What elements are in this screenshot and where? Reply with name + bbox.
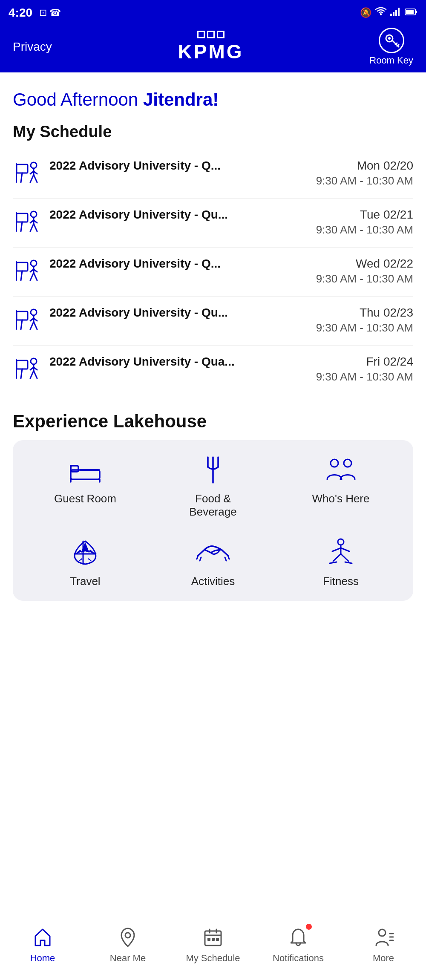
- status-left-icons: ⊡ ☎: [39, 7, 61, 18]
- schedule-date-2: Wed 02/22: [356, 257, 413, 271]
- schedule-item-4[interactable]: 2022 Advisory University - Qua... Fri 02…: [13, 346, 413, 394]
- svg-line-38: [21, 271, 22, 280]
- schedule-item-2[interactable]: 2022 Advisory University - Q... Wed 02/2…: [13, 248, 413, 297]
- bottom-nav: Home Near Me My Schedule: [0, 912, 426, 980]
- experience-grid: Guest Room Food & Beverage: [13, 440, 413, 601]
- svg-rect-81: [207, 938, 210, 941]
- guest-room-label: Guest Room: [54, 492, 116, 505]
- svg-point-67: [331, 459, 338, 467]
- schedule-info-1: 2022 Advisory University - Qu... Tue 02/…: [49, 208, 413, 236]
- schedule-time-3: 9:30 AM - 10:30 AM: [49, 321, 413, 334]
- schedule-name-2: 2022 Advisory University - Q...: [49, 257, 351, 271]
- kpmg-logo-text: KPMG: [178, 40, 244, 63]
- screenshot-icon: ⊡: [39, 7, 47, 18]
- svg-line-71: [228, 556, 229, 559]
- greeting-prefix: Good Afternoon: [13, 89, 143, 110]
- kpmg-square-3: [217, 31, 225, 38]
- more-icon: [371, 925, 396, 950]
- svg-line-47: [21, 320, 22, 329]
- svg-line-75: [345, 562, 352, 563]
- experience-item-whos-here[interactable]: Who's Here: [298, 453, 383, 519]
- nav-item-more[interactable]: More: [341, 925, 426, 964]
- svg-line-54: [34, 371, 37, 378]
- signal-icon: [390, 7, 401, 19]
- svg-rect-4: [398, 8, 400, 16]
- nav-item-home[interactable]: Home: [0, 925, 85, 964]
- schedule-date-1: Tue 02/21: [360, 208, 413, 222]
- schedule-name-1: 2022 Advisory University - Qu...: [49, 208, 356, 222]
- my-schedule-section: My Schedule: [13, 123, 413, 394]
- experience-item-activities[interactable]: Activities: [170, 536, 256, 588]
- schedule-item-1[interactable]: 2022 Advisory University - Qu... Tue 02/…: [13, 199, 413, 248]
- experience-item-food-beverage[interactable]: Food & Beverage: [170, 453, 256, 519]
- schedule-item-3[interactable]: 2022 Advisory University - Qu... Thu 02/…: [13, 297, 413, 346]
- nav-more-label: More: [373, 953, 394, 964]
- svg-line-74: [330, 562, 337, 563]
- svg-rect-28: [17, 213, 28, 222]
- svg-line-70: [200, 557, 201, 561]
- svg-rect-46: [17, 311, 28, 320]
- calendar-icon: [200, 925, 226, 950]
- bed-icon: [64, 453, 106, 487]
- schedule-name-0: 2022 Advisory University - Q...: [49, 159, 353, 173]
- svg-line-29: [21, 222, 22, 231]
- nav-near-me-label: Near Me: [110, 953, 146, 964]
- bell-icon: [285, 925, 311, 950]
- svg-rect-3: [395, 10, 397, 16]
- schedule-list: 2022 Advisory University - Q... Mon 02/2…: [13, 150, 413, 394]
- room-key-button[interactable]: Room Key: [369, 28, 413, 66]
- experience-item-travel[interactable]: Travel: [43, 536, 128, 588]
- nav-item-notifications[interactable]: Notifications: [256, 925, 341, 964]
- schedule-icon-0: [13, 159, 43, 189]
- experience-item-guest-room[interactable]: Guest Room: [43, 453, 128, 519]
- greeting: Good Afternoon Jitendra!: [13, 89, 413, 110]
- svg-rect-1: [390, 14, 392, 16]
- svg-line-27: [34, 224, 37, 231]
- nav-item-near-me[interactable]: Near Me: [85, 925, 170, 964]
- schedule-info-4: 2022 Advisory University - Qua... Fri 02…: [49, 355, 413, 383]
- whos-here-label: Who's Here: [312, 492, 369, 505]
- svg-point-13: [31, 162, 37, 168]
- travel-label: Travel: [70, 575, 100, 588]
- status-time: 4:20: [9, 6, 32, 20]
- room-key-label: Room Key: [369, 55, 413, 66]
- schedule-date-4: Fri 02/24: [366, 355, 414, 369]
- nav-notifications-label: Notifications: [273, 953, 324, 964]
- experience-title: Experience Lakehouse: [13, 411, 413, 432]
- svg-line-45: [34, 322, 37, 329]
- experience-item-fitness[interactable]: Fitness: [298, 536, 383, 588]
- schedule-icon-3: [13, 306, 43, 336]
- svg-rect-7: [416, 11, 417, 13]
- schedule-time-4: 9:30 AM - 10:30 AM: [49, 370, 413, 383]
- phone-icon: ☎: [49, 7, 61, 18]
- schedule-name-4: 2022 Advisory University - Qua...: [49, 355, 362, 369]
- schedule-info-0: 2022 Advisory University - Q... Mon 02/2…: [49, 159, 413, 187]
- handshake-icon: [192, 536, 234, 570]
- svg-point-0: [380, 14, 382, 15]
- svg-point-84: [379, 929, 386, 936]
- nav-item-my-schedule[interactable]: My Schedule: [170, 925, 256, 964]
- privacy-button[interactable]: Privacy: [13, 40, 52, 54]
- food-beverage-label: Food & Beverage: [170, 492, 256, 519]
- svg-rect-55: [17, 360, 28, 369]
- kpmg-square-1: [197, 31, 205, 38]
- wifi-icon: [375, 7, 387, 19]
- schedule-info-3: 2022 Advisory University - Qu... Thu 02/…: [49, 306, 413, 334]
- svg-point-76: [125, 933, 130, 938]
- schedule-icon-1: [13, 208, 43, 238]
- svg-point-73: [338, 539, 344, 545]
- svg-point-9: [388, 37, 391, 40]
- activities-label: Activities: [191, 575, 235, 588]
- svg-line-36: [34, 273, 37, 280]
- main-content: Good Afternoon Jitendra! My Schedule: [0, 72, 426, 601]
- svg-point-31: [31, 260, 37, 266]
- nav-home-label: Home: [30, 953, 55, 964]
- schedule-icon-4: [13, 355, 43, 385]
- battery-icon: [405, 7, 417, 18]
- nav-my-schedule-label: My Schedule: [186, 953, 240, 964]
- svg-line-26: [30, 224, 34, 231]
- schedule-time-2: 9:30 AM - 10:30 AM: [49, 272, 413, 285]
- home-icon: [30, 925, 55, 950]
- schedule-item-0[interactable]: 2022 Advisory University - Q... Mon 02/2…: [13, 150, 413, 199]
- schedule-time-0: 9:30 AM - 10:30 AM: [49, 174, 413, 187]
